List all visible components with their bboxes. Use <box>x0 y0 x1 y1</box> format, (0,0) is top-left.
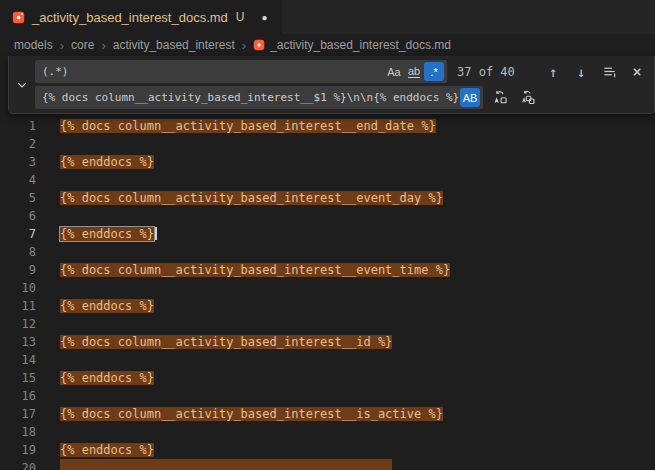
breadcrumb-item-file[interactable]: _activity_based_interest_docs.md <box>253 38 451 52</box>
editor-line[interactable]: 5{% docs column__activity_based_interest… <box>0 189 655 207</box>
editor-line[interactable]: 13{% docs column__activity_based_interes… <box>0 333 655 351</box>
find-match-highlight: {% enddocs %} <box>60 299 154 313</box>
find-input[interactable]: (.*) Aa ab .* <box>35 60 447 83</box>
editor-line[interactable]: 17{% docs column__activity_based_interes… <box>0 405 655 423</box>
line-number: 2 <box>0 135 36 153</box>
toggle-replace-chevron-icon[interactable] <box>9 60 35 109</box>
dbt-icon <box>12 11 25 24</box>
find-match-highlight: {% docs column__activity_based_interest_… <box>60 263 450 277</box>
previous-match-icon[interactable]: ↑ <box>542 61 564 83</box>
editor-pane[interactable]: (.*) Aa ab .* 37 of 40 ↑ ↓ × <box>0 56 655 470</box>
line-number: 10 <box>0 279 36 297</box>
line-number: 20 <box>0 459 36 470</box>
regex-toggle[interactable]: .* <box>424 62 444 81</box>
find-query: (.*) <box>42 65 384 78</box>
tab-active-file[interactable]: _activity_based_interest_docs.md U ● <box>0 0 282 34</box>
editor-line[interactable]: 4 <box>0 171 655 189</box>
find-results-count: 37 of 40 <box>457 65 515 79</box>
line-content <box>60 459 392 470</box>
whole-word-toggle[interactable]: ab <box>404 62 424 81</box>
line-content: {% enddocs %} <box>60 225 157 243</box>
breadcrumb-item-models[interactable]: models <box>14 38 53 52</box>
git-status-badge: U <box>236 10 245 24</box>
line-number: 17 <box>0 405 36 423</box>
line-number: 3 <box>0 153 36 171</box>
editor-line[interactable]: 16 <box>0 387 655 405</box>
editor-line[interactable]: 1{% docs column__activity_based_interest… <box>0 117 655 135</box>
editor-line[interactable]: 18 <box>0 423 655 441</box>
dbt-icon <box>253 39 265 51</box>
line-number: 18 <box>0 423 36 441</box>
editor-line[interactable]: 2 <box>0 135 655 153</box>
line-number: 1 <box>0 117 36 135</box>
replace-one-icon[interactable] <box>489 87 511 109</box>
line-number: 8 <box>0 243 36 261</box>
find-row: (.*) Aa ab .* 37 of 40 ↑ ↓ × <box>35 60 648 83</box>
find-match-highlight: {% enddocs %} <box>60 443 154 457</box>
replace-all-icon[interactable] <box>517 87 539 109</box>
line-content: {% docs column__activity_based_interest_… <box>60 117 436 135</box>
line-number: 6 <box>0 207 36 225</box>
editor-line[interactable]: 7{% enddocs %} <box>0 225 655 243</box>
line-number: 12 <box>0 315 36 333</box>
line-number: 14 <box>0 351 36 369</box>
find-replace-widget: (.*) Aa ab .* 37 of 40 ↑ ↓ × <box>8 56 655 114</box>
line-number: 15 <box>0 369 36 387</box>
editor-line[interactable]: 20 <box>0 459 655 470</box>
vscode-window: _activity_based_interest_docs.md U ● mod… <box>0 0 655 470</box>
line-number: 16 <box>0 387 36 405</box>
editor-line[interactable]: 14 <box>0 351 655 369</box>
breadcrumb-separator: › <box>60 38 64 53</box>
tab-bar: _activity_based_interest_docs.md U ● <box>0 0 655 34</box>
line-number: 11 <box>0 297 36 315</box>
line-number: 4 <box>0 171 36 189</box>
editor-line[interactable]: 6 <box>0 207 655 225</box>
editor-line[interactable]: 12 <box>0 315 655 333</box>
current-find-match: {% enddocs %} <box>60 227 154 241</box>
editor-line[interactable]: 8 <box>0 243 655 261</box>
find-match-highlight: {% enddocs %} <box>60 155 154 169</box>
tab-filename: _activity_based_interest_docs.md <box>32 10 228 25</box>
editor-lines: 1{% docs column__activity_based_interest… <box>0 56 655 470</box>
find-match-highlight: {% docs column__activity_based_interest_… <box>60 191 443 205</box>
line-number: 19 <box>0 441 36 459</box>
breadcrumb-item-core[interactable]: core <box>71 38 94 52</box>
whole-word-label: ab <box>408 66 420 78</box>
editor-line[interactable]: 3{% enddocs %} <box>0 153 655 171</box>
line-number: 13 <box>0 333 36 351</box>
breadcrumb-item-activity-based-interest[interactable]: activity_based_interest <box>113 38 235 52</box>
editor-line[interactable]: 19{% enddocs %} <box>0 441 655 459</box>
breadcrumb-separator: › <box>101 38 105 53</box>
line-number: 5 <box>0 189 36 207</box>
unsaved-changes-dot[interactable]: ● <box>262 12 268 23</box>
breadcrumb-file-label: _activity_based_interest_docs.md <box>270 38 451 52</box>
line-content: {% docs column__activity_based_interest_… <box>60 333 392 351</box>
line-content: {% docs column__activity_based_interest_… <box>60 405 443 423</box>
line-content: {% enddocs %} <box>60 441 154 459</box>
editor-line[interactable]: 10 <box>0 279 655 297</box>
breadcrumb-separator: › <box>242 38 246 53</box>
line-number: 7 <box>0 225 36 243</box>
editor-line[interactable]: 15{% enddocs %} <box>0 369 655 387</box>
find-match-highlight: {% docs column__activity_based_interest_… <box>60 335 392 349</box>
breadcrumb: models › core › activity_based_interest … <box>0 34 655 56</box>
line-content: {% enddocs %} <box>60 153 154 171</box>
editor-line[interactable]: 11{% enddocs %} <box>0 297 655 315</box>
replace-value: {% docs column__activity_based_interest_… <box>42 91 460 104</box>
find-match-highlight: {% docs column__activity_based_interest_… <box>60 407 443 421</box>
close-find-widget-icon[interactable]: × <box>626 61 648 83</box>
find-match-highlight-partial <box>60 459 392 470</box>
line-content: {% enddocs %} <box>60 297 154 315</box>
next-match-icon[interactable]: ↓ <box>570 61 592 83</box>
line-number: 9 <box>0 261 36 279</box>
line-content: {% docs column__activity_based_interest_… <box>60 261 450 279</box>
replace-input[interactable]: {% docs column__activity_based_interest_… <box>35 86 483 109</box>
line-content: {% docs column__activity_based_interest_… <box>60 189 443 207</box>
editor-line[interactable]: 9{% docs column__activity_based_interest… <box>0 261 655 279</box>
find-match-highlight: {% enddocs %} <box>60 371 154 385</box>
find-in-selection-icon[interactable] <box>598 61 620 83</box>
replace-row: {% docs column__activity_based_interest_… <box>35 86 648 109</box>
text-cursor <box>155 227 157 240</box>
preserve-case-toggle[interactable]: AB <box>460 88 480 107</box>
match-case-toggle[interactable]: Aa <box>384 62 404 81</box>
